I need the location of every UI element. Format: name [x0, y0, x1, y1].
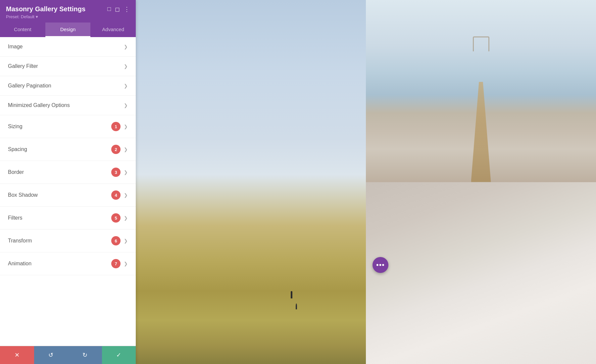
badge-transform: 6 — [111, 236, 121, 245]
section-spacing[interactable]: Spacing 2 ❯ — [0, 138, 136, 161]
panel-tabs: Content Design Advanced — [0, 23, 136, 37]
chevron-icon: ❯ — [124, 83, 128, 88]
chevron-icon: ❯ — [124, 192, 128, 198]
undo-button[interactable]: ↺ — [34, 346, 68, 364]
cancel-button[interactable]: ✕ — [0, 346, 34, 364]
chevron-icon: ❯ — [124, 64, 128, 69]
save-button[interactable]: ✓ — [102, 346, 136, 364]
section-gallery-pagination[interactable]: Gallery Pagination ❯ — [0, 76, 136, 96]
fab-menu-button[interactable]: ••• — [372, 257, 388, 273]
badge-box-shadow: 4 — [111, 190, 121, 200]
canvas-area: ••• — [136, 0, 596, 364]
badge-filters: 5 — [111, 213, 121, 223]
badge-border: 3 — [111, 168, 121, 177]
badge-animation: 7 — [111, 259, 121, 268]
section-gallery-filter[interactable]: Gallery Filter ❯ — [0, 57, 136, 76]
settings-panel: Masonry Gallery Settings □ ◻ ⋮ Preset: D… — [0, 0, 136, 364]
chevron-icon: ❯ — [124, 238, 128, 243]
panel-header-icons: □ ◻ ⋮ — [107, 6, 130, 13]
chevron-icon: ❯ — [124, 261, 128, 266]
section-image[interactable]: Image ❯ — [0, 37, 136, 57]
more-icon[interactable]: ⋮ — [124, 6, 130, 13]
section-border[interactable]: Border 3 ❯ — [0, 161, 136, 184]
panel-toolbar: ✕ ↺ ↻ ✓ — [0, 346, 136, 364]
tab-content[interactable]: Content — [0, 23, 45, 37]
section-sizing[interactable]: Sizing 1 ❯ — [0, 115, 136, 138]
preset-selector[interactable]: Preset: Default ▾ — [6, 14, 130, 19]
chevron-icon: ❯ — [124, 124, 128, 129]
tab-design[interactable]: Design — [45, 23, 91, 37]
gallery-item-desert — [136, 0, 366, 364]
chevron-icon: ❯ — [124, 170, 128, 175]
section-box-shadow[interactable]: Box Shadow 4 ❯ — [0, 184, 136, 207]
chevron-icon: ❯ — [124, 147, 128, 152]
chevron-icon: ❯ — [124, 215, 128, 221]
gallery-item-pier — [366, 0, 596, 182]
section-animation[interactable]: Animation 7 ❯ — [0, 252, 136, 275]
panel-content: Image ❯ Gallery Filter ❯ Gallery Paginat… — [0, 37, 136, 346]
expand-icon[interactable]: ◻ — [115, 6, 120, 13]
section-minimized-gallery-options[interactable]: Minimized Gallery Options ❯ — [0, 96, 136, 115]
section-transform[interactable]: Transform 6 ❯ — [0, 230, 136, 252]
redo-button[interactable]: ↻ — [68, 346, 102, 364]
gallery-item-room — [366, 182, 596, 364]
copy-icon[interactable]: □ — [107, 6, 111, 13]
tab-advanced[interactable]: Advanced — [90, 23, 136, 37]
chevron-icon: ❯ — [124, 103, 128, 108]
section-filters[interactable]: Filters 5 ❯ — [0, 207, 136, 230]
masonry-gallery — [136, 0, 596, 364]
badge-sizing: 1 — [111, 122, 121, 131]
panel-header: Masonry Gallery Settings □ ◻ ⋮ Preset: D… — [0, 0, 136, 23]
chevron-icon: ❯ — [124, 44, 128, 49]
panel-header-top: Masonry Gallery Settings □ ◻ ⋮ — [6, 5, 130, 13]
badge-spacing: 2 — [111, 145, 121, 154]
panel-title: Masonry Gallery Settings — [6, 5, 85, 13]
